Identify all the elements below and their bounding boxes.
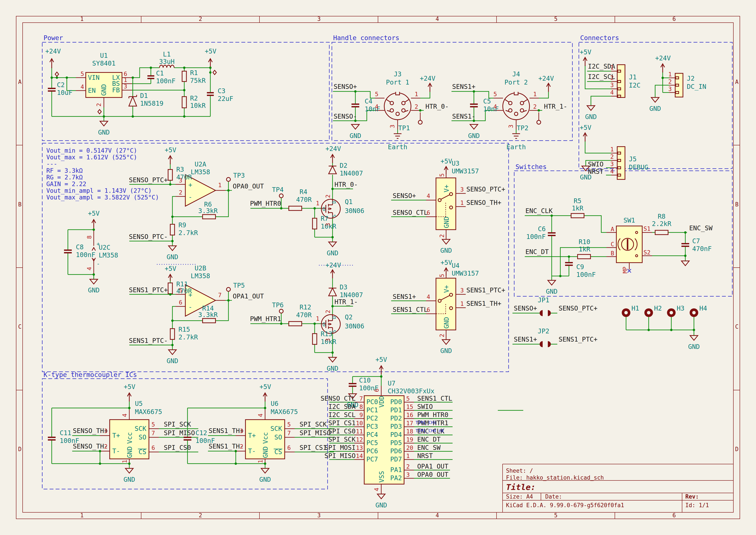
ref-u4[interactable]: U4	[452, 262, 459, 269]
ref-d1[interactable]: D1	[140, 92, 148, 99]
val-u3[interactable]: UMW3157	[452, 167, 479, 175]
pin-num[interactable]: 2	[610, 74, 614, 81]
pin-num[interactable]: 8	[360, 404, 363, 410]
val-r6[interactable]: 3.3kR	[198, 207, 218, 214]
val-l1[interactable]: 33uH	[159, 58, 175, 65]
h3-hole[interactable]	[667, 308, 676, 317]
gnd-label[interactable]: GND	[167, 253, 178, 261]
net-label[interactable]: I2C_SCL	[328, 411, 356, 419]
ref-h1[interactable]: H1	[632, 304, 639, 312]
net-label[interactable]: ENC_SW	[689, 224, 713, 232]
ref-j2[interactable]: J2	[687, 74, 694, 82]
net-label[interactable]: HTR_0-	[335, 181, 358, 188]
ref-h2[interactable]: H2	[654, 304, 662, 312]
pin-num[interactable]: 4	[373, 488, 380, 491]
pin-name[interactable]: S	[332, 214, 337, 217]
val-u7[interactable]: CH32V003FxUx	[388, 387, 434, 395]
alt-pin-label[interactable]: TIM1_CH4 AE	[416, 428, 444, 433]
pin-num[interactable]: 5	[375, 91, 378, 98]
power-flag[interactable]: +24V	[325, 261, 341, 269]
net-label[interactable]: SENSO_TH+	[466, 199, 501, 207]
gnd-label[interactable]: GND	[259, 476, 271, 483]
pin-name[interactable]: B	[611, 250, 614, 257]
net-label[interactable]: SENS1_PTC-	[129, 337, 168, 345]
note-line[interactable]: Vout_max_ampl = 3.5822V (525°C)	[46, 194, 159, 201]
pin-num[interactable]: 2	[439, 334, 445, 337]
power-flag[interactable]: +5V	[88, 210, 99, 217]
pin-name[interactable]: SCK	[270, 425, 282, 432]
power-flag[interactable]: +5V	[441, 157, 452, 165]
net-label[interactable]: HTR_1-	[544, 103, 567, 110]
opamp-plus[interactable]: +	[96, 241, 100, 247]
pin-num[interactable]: 6	[373, 389, 380, 392]
power-flag[interactable]: +5V	[441, 259, 452, 266]
power-circuit[interactable]	[48, 59, 216, 126]
pin-num[interactable]: 1	[218, 182, 222, 188]
ref-r9[interactable]: R9	[178, 221, 186, 229]
pin-num[interactable]: 4	[121, 413, 128, 417]
pin-num[interactable]: 2	[415, 103, 418, 110]
pin-num[interactable]: 6	[151, 444, 155, 451]
ref-r13[interactable]: R13	[321, 330, 332, 338]
val-c8[interactable]: 100nF	[76, 251, 95, 259]
pin-num[interactable]: 3	[325, 223, 331, 226]
note-line[interactable]: RF = 3.3kΩ	[46, 167, 83, 174]
ref-h4[interactable]: H4	[699, 304, 707, 312]
net-label[interactable]: SPI_MOSI	[325, 444, 356, 452]
note-line[interactable]: Vout_min_ampl = 1.143V (27°C)	[46, 187, 152, 194]
pin-num[interactable]: 1	[610, 64, 614, 71]
pin-num[interactable]: 4	[494, 103, 497, 110]
note-line[interactable]: Vout_min = 0.5147V (27°C)	[46, 147, 137, 155]
pin-num[interactable]: 1	[533, 91, 537, 98]
ref-c7[interactable]: C7	[692, 237, 700, 245]
pin-name[interactable]: G	[322, 322, 325, 327]
net-label[interactable]: SENSO+	[393, 192, 416, 199]
pin-name[interactable]: VDD	[378, 396, 385, 408]
pin-num[interactable]: 5	[494, 91, 497, 98]
pin-num[interactable]: 9	[360, 412, 363, 418]
pin-num[interactable]: 4	[86, 267, 93, 270]
val-d2[interactable]: 1N4007	[339, 169, 363, 177]
ref-j4[interactable]: J4	[512, 70, 520, 78]
ref-u1[interactable]: U1	[100, 52, 108, 59]
power-flag[interactable]: +5V	[580, 124, 591, 131]
pin-num[interactable]: 2	[95, 103, 102, 106]
opamp-plus[interactable]: +	[188, 181, 192, 189]
pin-num[interactable]: 1	[610, 146, 614, 153]
net-label[interactable]: SENSO+	[514, 304, 537, 312]
pin-num[interactable]: 15	[406, 404, 413, 410]
pin-name[interactable]: PC0	[366, 398, 378, 406]
pin-num[interactable]: 3	[104, 428, 108, 434]
val-c1[interactable]: 100nF	[156, 77, 176, 85]
ref-c5[interactable]: C5	[483, 98, 491, 105]
net-label[interactable]: SENSO_PTC-	[129, 233, 168, 241]
pin-num[interactable]: 3	[406, 471, 410, 478]
net-label[interactable]: SPI_CS0	[164, 444, 191, 452]
net-label[interactable]: SPI_MISO	[300, 429, 331, 437]
gnd-label[interactable]: GND	[580, 173, 592, 181]
ref-r7[interactable]: R7	[321, 215, 328, 222]
note-line[interactable]: ---	[46, 160, 57, 168]
val-q1[interactable]: 30N06	[345, 207, 364, 214]
ref-c8[interactable]: C8	[76, 243, 84, 251]
net-label[interactable]: I2C_SDA	[328, 403, 356, 410]
ref-r10[interactable]: R10	[579, 238, 590, 246]
val-d3[interactable]: 1N4007	[339, 291, 363, 299]
pin-num[interactable]: 3	[325, 338, 331, 342]
ref-tp6[interactable]: TP6	[272, 301, 284, 309]
note-line[interactable]: Vout_max = 1.612V (525°C)	[46, 154, 137, 161]
ref-j1[interactable]: J1	[629, 73, 636, 81]
val-r2[interactable]: 10kR	[190, 102, 206, 109]
net-label[interactable]: ENC_DT	[526, 248, 549, 256]
net-label[interactable]: ENC_CLK	[526, 207, 553, 215]
pin-num[interactable]: 5	[439, 173, 445, 177]
val-j1[interactable]: I2C	[629, 81, 640, 89]
ref-jp2[interactable]: JP2	[538, 327, 549, 335]
val-j2[interactable]: DC_IN	[687, 83, 706, 91]
ref-r4[interactable]: R4	[300, 188, 307, 196]
ref-tp5[interactable]: TP5	[233, 282, 245, 289]
net-label[interactable]: ENC_DT	[417, 436, 441, 443]
ref-u2b[interactable]: U2B	[195, 265, 206, 272]
pin-name[interactable]: PD6	[390, 447, 402, 455]
pin-num[interactable]: 6	[287, 444, 291, 451]
